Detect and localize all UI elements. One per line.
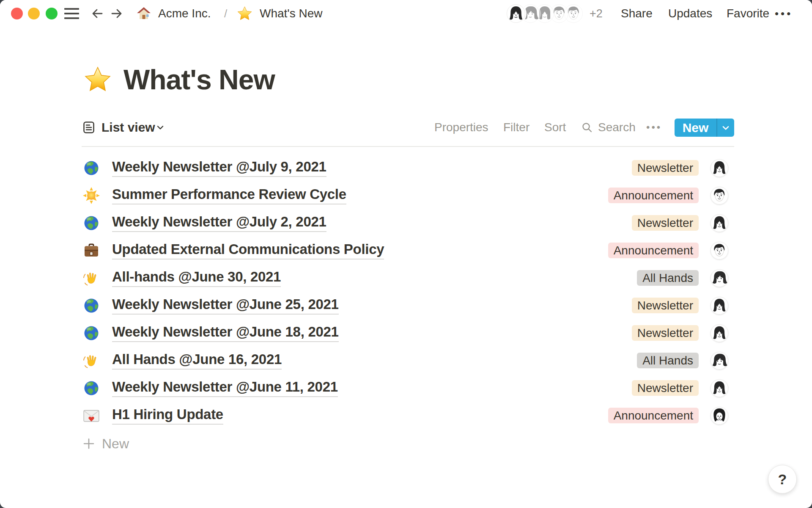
created-by-avatar: [710, 269, 728, 287]
page-link[interactable]: Weekly Newsletter @June 11, 2021: [112, 379, 338, 397]
list-item[interactable]: Weekly Newsletter @June 18, 2021 Newslet…: [82, 319, 734, 347]
tag-badge: Announcement: [608, 243, 699, 258]
add-new-row[interactable]: New: [82, 432, 734, 456]
favorite-button[interactable]: Favorite: [727, 7, 769, 20]
notion-window: Acme Inc. / What's New +2 Share Updates …: [0, 0, 812, 508]
created-by-avatar: [710, 407, 728, 425]
page-link[interactable]: H1 Hiring Update: [112, 406, 223, 425]
breadcrumb-separator: /: [224, 7, 227, 20]
new-button-chevron-down-icon[interactable]: [717, 119, 734, 137]
list-item[interactable]: Weekly Newsletter @July 2, 2021 Newslett…: [82, 209, 734, 237]
forward-arrow-icon[interactable]: [111, 8, 123, 19]
page-link[interactable]: Summer Performance Review Cycle: [112, 186, 346, 204]
created-by-avatar: [710, 242, 728, 260]
search-icon[interactable]: [582, 122, 593, 133]
page-link[interactable]: Weekly Newsletter @July 2, 2021: [112, 214, 326, 232]
traffic-light-close-button[interactable]: [11, 8, 23, 19]
tag-badge: Newsletter: [632, 325, 699, 341]
more-options-icon[interactable]: •••: [775, 7, 793, 20]
collaborator-avatars[interactable]: [507, 4, 583, 23]
page-icon: [82, 324, 100, 342]
star-icon: [237, 6, 252, 22]
window-topbar: Acme Inc. / What's New +2 Share Updates …: [0, 0, 812, 27]
tag-badge: All Hands: [637, 353, 699, 368]
share-button[interactable]: Share: [621, 7, 653, 20]
view-switcher[interactable]: List view: [102, 120, 155, 135]
list-item[interactable]: Weekly Newsletter @June 25, 2021 Newslet…: [82, 292, 734, 319]
page-link[interactable]: Weekly Newsletter @June 25, 2021: [112, 296, 339, 315]
page-link[interactable]: Updated External Communications Policy: [112, 241, 384, 260]
page-link[interactable]: Weekly Newsletter @June 18, 2021: [112, 324, 339, 342]
page-icon: [82, 379, 100, 397]
list-item[interactable]: All-hands @June 30, 2021 All Hands: [82, 264, 734, 292]
filter-button[interactable]: Filter: [503, 121, 529, 134]
new-button-label[interactable]: New: [675, 119, 716, 137]
created-by-avatar: [710, 352, 728, 370]
created-by-avatar: [710, 214, 728, 232]
list-item[interactable]: Updated External Communications Policy A…: [82, 237, 734, 264]
list-item[interactable]: H1 Hiring Update Announcement: [82, 402, 734, 429]
tag-badge: Newsletter: [632, 160, 699, 176]
updates-button[interactable]: Updates: [668, 7, 712, 20]
list-item[interactable]: All Hands @June 16, 2021 All Hands: [82, 347, 734, 374]
page-icon: [82, 159, 100, 177]
traffic-light-minimize-button[interactable]: [28, 8, 40, 19]
search-button[interactable]: Search: [598, 121, 636, 134]
list-view-icon[interactable]: [82, 121, 95, 134]
house-icon: [136, 6, 151, 21]
plus-icon: [82, 437, 95, 450]
view-more-options-icon[interactable]: •••: [646, 121, 662, 133]
created-by-avatar: [710, 379, 728, 397]
created-by-avatar: [710, 324, 728, 342]
toolbar-divider: [82, 146, 734, 147]
sort-button[interactable]: Sort: [544, 121, 566, 134]
page-link[interactable]: All-hands @June 30, 2021: [112, 269, 281, 287]
help-button[interactable]: ?: [768, 465, 797, 494]
page-icon: [82, 352, 100, 370]
page-list: Weekly Newsletter @July 9, 2021 Newslett…: [82, 154, 734, 456]
created-by-avatar: [710, 297, 728, 315]
page-icon: [82, 269, 100, 287]
page-link[interactable]: Weekly Newsletter @July 9, 2021: [112, 159, 326, 177]
tag-badge: Announcement: [608, 408, 699, 423]
traffic-light-zoom-button[interactable]: [46, 8, 58, 19]
sidebar-menu-icon[interactable]: [64, 8, 79, 19]
tag-badge: Newsletter: [632, 298, 699, 313]
page-link[interactable]: All Hands @June 16, 2021: [112, 351, 282, 370]
list-item[interactable]: Summer Performance Review Cycle Announce…: [82, 182, 734, 209]
properties-button[interactable]: Properties: [434, 121, 488, 134]
page-icon: [82, 214, 100, 232]
breadcrumb-page[interactable]: What's New: [260, 7, 323, 20]
page-icon: [82, 187, 100, 204]
add-new-row-label: New: [102, 436, 129, 452]
view-toolbar: List view Properties Filter Sort Search …: [0, 117, 812, 138]
collaborator-avatar[interactable]: [507, 4, 525, 23]
page-icon: [82, 242, 100, 260]
page-title[interactable]: What's New: [123, 63, 275, 97]
list-item[interactable]: Weekly Newsletter @July 9, 2021 Newslett…: [82, 154, 734, 182]
tag-badge: All Hands: [637, 270, 699, 286]
new-button[interactable]: New: [675, 119, 734, 137]
page-icon: [82, 297, 100, 315]
page-star-icon: [84, 66, 112, 94]
tag-badge: Announcement: [608, 188, 699, 203]
chevron-down-icon[interactable]: [156, 123, 165, 132]
created-by-avatar: [710, 159, 728, 177]
list-item[interactable]: Weekly Newsletter @June 11, 2021 Newslet…: [82, 374, 734, 402]
avatar-overflow-count[interactable]: +2: [590, 7, 603, 20]
breadcrumb-workspace[interactable]: Acme Inc.: [158, 7, 211, 20]
created-by-avatar: [710, 187, 728, 204]
page-icon: [82, 407, 100, 425]
tag-badge: Newsletter: [632, 380, 699, 396]
tag-badge: Newsletter: [632, 215, 699, 231]
back-arrow-icon[interactable]: [91, 8, 103, 19]
